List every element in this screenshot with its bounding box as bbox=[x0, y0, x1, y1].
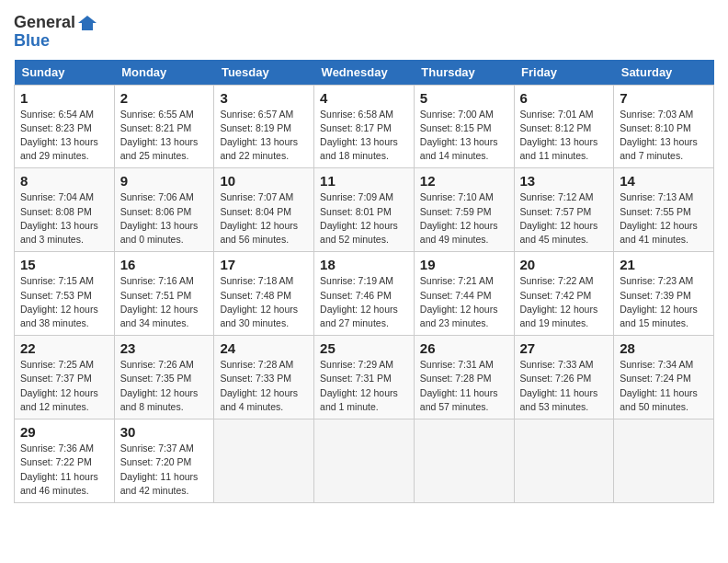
day-info: Sunrise: 6:58 AM Sunset: 8:17 PM Dayligh… bbox=[320, 108, 408, 164]
page-header: General Blue bbox=[14, 14, 714, 51]
day-info: Sunrise: 6:55 AM Sunset: 8:21 PM Dayligh… bbox=[120, 108, 209, 164]
day-info: Sunrise: 7:28 AM Sunset: 7:33 PM Dayligh… bbox=[220, 358, 308, 414]
calendar-cell: 8Sunrise: 7:04 AM Sunset: 8:08 PM Daylig… bbox=[15, 168, 115, 252]
day-info: Sunrise: 7:10 AM Sunset: 7:59 PM Dayligh… bbox=[420, 190, 508, 247]
day-info: Sunrise: 7:26 AM Sunset: 7:35 PM Dayligh… bbox=[120, 358, 209, 414]
day-info: Sunrise: 7:09 AM Sunset: 8:01 PM Dayligh… bbox=[320, 190, 408, 247]
calendar-table: SundayMondayTuesdayWednesdayThursdayFrid… bbox=[14, 60, 714, 503]
day-number: 9 bbox=[120, 173, 209, 189]
calendar-cell bbox=[214, 419, 314, 503]
day-number: 19 bbox=[420, 257, 508, 272]
day-number: 5 bbox=[420, 90, 508, 106]
day-number: 6 bbox=[520, 90, 609, 106]
calendar-cell bbox=[314, 419, 415, 503]
calendar-cell: 4Sunrise: 6:58 AM Sunset: 8:17 PM Daylig… bbox=[314, 85, 415, 168]
calendar-cell: 15Sunrise: 7:15 AM Sunset: 7:53 PM Dayli… bbox=[15, 252, 115, 336]
weekday-header-row: SundayMondayTuesdayWednesdayThursdayFrid… bbox=[15, 60, 714, 86]
day-info: Sunrise: 7:22 AM Sunset: 7:42 PM Dayligh… bbox=[520, 274, 609, 330]
logo-bird-icon bbox=[77, 15, 97, 31]
day-number: 13 bbox=[520, 173, 609, 189]
day-info: Sunrise: 7:00 AM Sunset: 8:15 PM Dayligh… bbox=[420, 108, 508, 164]
day-number: 29 bbox=[20, 424, 108, 440]
day-number: 3 bbox=[220, 90, 308, 106]
calendar-cell: 13Sunrise: 7:12 AM Sunset: 7:57 PM Dayli… bbox=[514, 168, 614, 252]
weekday-header-friday: Friday bbox=[514, 60, 614, 86]
calendar-week-row: 29Sunrise: 7:36 AM Sunset: 7:22 PM Dayli… bbox=[15, 419, 714, 503]
calendar-cell: 7Sunrise: 7:03 AM Sunset: 8:10 PM Daylig… bbox=[614, 85, 714, 168]
calendar-cell: 10Sunrise: 7:07 AM Sunset: 8:04 PM Dayli… bbox=[214, 168, 314, 252]
day-info: Sunrise: 7:01 AM Sunset: 8:12 PM Dayligh… bbox=[520, 108, 609, 164]
day-number: 11 bbox=[320, 173, 408, 189]
day-info: Sunrise: 6:57 AM Sunset: 8:19 PM Dayligh… bbox=[220, 108, 308, 164]
day-info: Sunrise: 7:12 AM Sunset: 7:57 PM Dayligh… bbox=[520, 190, 609, 247]
weekday-header-wednesday: Wednesday bbox=[314, 60, 415, 86]
calendar-cell: 2Sunrise: 6:55 AM Sunset: 8:21 PM Daylig… bbox=[114, 85, 214, 168]
day-number: 8 bbox=[20, 173, 108, 189]
calendar-cell: 19Sunrise: 7:21 AM Sunset: 7:44 PM Dayli… bbox=[414, 252, 514, 336]
calendar-cell bbox=[514, 419, 614, 503]
day-info: Sunrise: 6:54 AM Sunset: 8:23 PM Dayligh… bbox=[20, 108, 108, 164]
day-info: Sunrise: 7:33 AM Sunset: 7:26 PM Dayligh… bbox=[520, 358, 609, 414]
logo-text-blue: Blue bbox=[14, 32, 97, 51]
day-number: 20 bbox=[520, 257, 609, 272]
day-info: Sunrise: 7:15 AM Sunset: 7:53 PM Dayligh… bbox=[20, 274, 108, 330]
logo-container: General Blue bbox=[14, 14, 97, 51]
day-info: Sunrise: 7:19 AM Sunset: 7:46 PM Dayligh… bbox=[320, 274, 408, 330]
day-number: 16 bbox=[120, 257, 209, 272]
day-info: Sunrise: 7:36 AM Sunset: 7:22 PM Dayligh… bbox=[20, 442, 108, 498]
calendar-week-row: 15Sunrise: 7:15 AM Sunset: 7:53 PM Dayli… bbox=[15, 252, 714, 336]
calendar-cell: 12Sunrise: 7:10 AM Sunset: 7:59 PM Dayli… bbox=[414, 168, 514, 252]
calendar-cell: 23Sunrise: 7:26 AM Sunset: 7:35 PM Dayli… bbox=[114, 336, 214, 419]
logo: General Blue bbox=[14, 14, 97, 51]
day-number: 28 bbox=[620, 340, 708, 356]
day-info: Sunrise: 7:31 AM Sunset: 7:28 PM Dayligh… bbox=[420, 358, 508, 414]
day-info: Sunrise: 7:21 AM Sunset: 7:44 PM Dayligh… bbox=[420, 274, 508, 330]
day-number: 18 bbox=[320, 257, 408, 272]
day-info: Sunrise: 7:34 AM Sunset: 7:24 PM Dayligh… bbox=[620, 358, 708, 414]
calendar-cell: 11Sunrise: 7:09 AM Sunset: 8:01 PM Dayli… bbox=[314, 168, 415, 252]
day-number: 26 bbox=[420, 340, 508, 356]
weekday-header-saturday: Saturday bbox=[614, 60, 714, 86]
day-info: Sunrise: 7:37 AM Sunset: 7:20 PM Dayligh… bbox=[120, 442, 209, 498]
calendar-cell: 5Sunrise: 7:00 AM Sunset: 8:15 PM Daylig… bbox=[414, 85, 514, 168]
calendar-cell: 20Sunrise: 7:22 AM Sunset: 7:42 PM Dayli… bbox=[514, 252, 614, 336]
calendar-cell: 30Sunrise: 7:37 AM Sunset: 7:20 PM Dayli… bbox=[114, 419, 214, 503]
day-number: 17 bbox=[220, 257, 308, 272]
weekday-header-tuesday: Tuesday bbox=[214, 60, 314, 86]
logo-top: General bbox=[14, 14, 97, 32]
day-number: 15 bbox=[20, 257, 108, 272]
day-number: 10 bbox=[220, 173, 308, 189]
calendar-cell: 25Sunrise: 7:29 AM Sunset: 7:31 PM Dayli… bbox=[314, 336, 415, 419]
weekday-header-sunday: Sunday bbox=[15, 60, 115, 86]
weekday-header-thursday: Thursday bbox=[414, 60, 514, 86]
calendar-cell: 14Sunrise: 7:13 AM Sunset: 7:55 PM Dayli… bbox=[614, 168, 714, 252]
svg-marker-0 bbox=[78, 16, 97, 30]
calendar-week-row: 8Sunrise: 7:04 AM Sunset: 8:08 PM Daylig… bbox=[15, 168, 714, 252]
calendar-cell bbox=[414, 419, 514, 503]
day-info: Sunrise: 7:29 AM Sunset: 7:31 PM Dayligh… bbox=[320, 358, 408, 414]
calendar-cell: 6Sunrise: 7:01 AM Sunset: 8:12 PM Daylig… bbox=[514, 85, 614, 168]
calendar-cell: 22Sunrise: 7:25 AM Sunset: 7:37 PM Dayli… bbox=[15, 336, 115, 419]
day-info: Sunrise: 7:16 AM Sunset: 7:51 PM Dayligh… bbox=[120, 274, 209, 330]
day-number: 30 bbox=[120, 424, 209, 440]
day-number: 4 bbox=[320, 90, 408, 106]
calendar-cell: 26Sunrise: 7:31 AM Sunset: 7:28 PM Dayli… bbox=[414, 336, 514, 419]
day-number: 24 bbox=[220, 340, 308, 356]
day-number: 7 bbox=[620, 90, 708, 106]
day-info: Sunrise: 7:07 AM Sunset: 8:04 PM Dayligh… bbox=[220, 190, 308, 247]
calendar-cell: 28Sunrise: 7:34 AM Sunset: 7:24 PM Dayli… bbox=[614, 336, 714, 419]
day-number: 1 bbox=[20, 90, 108, 106]
day-number: 25 bbox=[320, 340, 408, 356]
day-info: Sunrise: 7:18 AM Sunset: 7:48 PM Dayligh… bbox=[220, 274, 308, 330]
day-number: 12 bbox=[420, 173, 508, 189]
calendar-cell: 9Sunrise: 7:06 AM Sunset: 8:06 PM Daylig… bbox=[114, 168, 214, 252]
day-info: Sunrise: 7:04 AM Sunset: 8:08 PM Dayligh… bbox=[20, 190, 108, 247]
day-info: Sunrise: 7:23 AM Sunset: 7:39 PM Dayligh… bbox=[620, 274, 708, 330]
calendar-cell: 17Sunrise: 7:18 AM Sunset: 7:48 PM Dayli… bbox=[214, 252, 314, 336]
logo-text-general: General bbox=[14, 14, 75, 32]
calendar-cell: 1Sunrise: 6:54 AM Sunset: 8:23 PM Daylig… bbox=[15, 85, 115, 168]
day-number: 23 bbox=[120, 340, 209, 356]
calendar-cell bbox=[614, 419, 714, 503]
weekday-header-monday: Monday bbox=[114, 60, 214, 86]
day-info: Sunrise: 7:13 AM Sunset: 7:55 PM Dayligh… bbox=[620, 190, 708, 247]
